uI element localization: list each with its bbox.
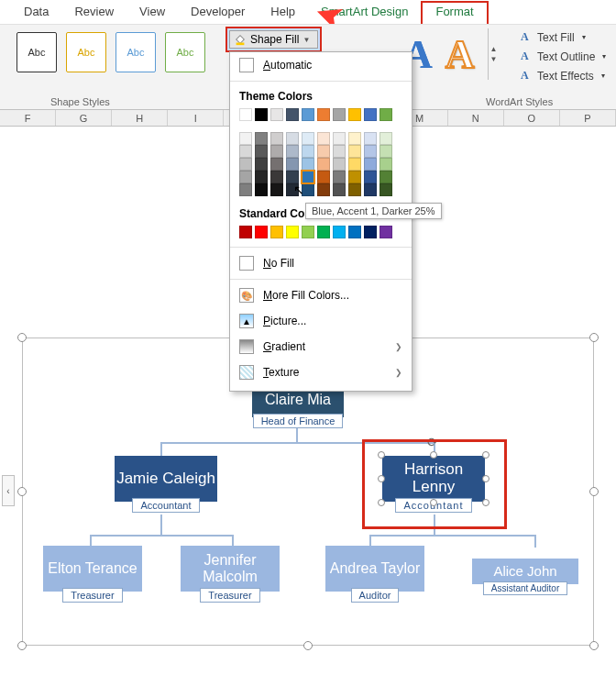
color-swatch[interactable] — [380, 132, 392, 145]
color-swatch[interactable] — [317, 108, 330, 121]
color-swatch[interactable] — [239, 226, 252, 238]
color-swatch[interactable] — [239, 145, 252, 158]
canvas-handle[interactable] — [589, 641, 599, 650]
canvas-handle[interactable] — [589, 487, 599, 496]
tab-help[interactable]: Help — [258, 1, 308, 24]
color-swatch[interactable] — [317, 158, 330, 171]
color-swatch[interactable] — [239, 171, 252, 183]
color-swatch[interactable] — [380, 108, 392, 121]
text-fill-button[interactable]: AText Fill▾ — [521, 30, 606, 44]
color-swatch[interactable] — [286, 108, 299, 121]
color-swatch[interactable] — [364, 145, 377, 158]
text-effects-button[interactable]: AText Effects▾ — [521, 69, 606, 83]
color-swatch[interactable] — [255, 183, 268, 196]
color-swatch[interactable] — [239, 132, 252, 145]
color-swatch[interactable] — [270, 171, 283, 183]
color-swatch[interactable] — [333, 158, 346, 171]
tab-data[interactable]: Data — [11, 1, 61, 24]
color-swatch[interactable] — [348, 171, 361, 183]
wordart-style-2[interactable]: A — [446, 31, 475, 78]
shape-style-3[interactable]: Abc — [116, 32, 156, 72]
color-swatch[interactable] — [380, 171, 392, 183]
color-swatch[interactable] — [255, 145, 268, 158]
color-swatch[interactable] — [255, 171, 268, 183]
color-swatch[interactable] — [380, 226, 392, 238]
color-swatch[interactable] — [270, 158, 283, 171]
shape-style-1[interactable]: Abc — [16, 32, 57, 72]
tab-review[interactable]: Review — [61, 1, 126, 24]
tab-view[interactable]: View — [126, 1, 178, 24]
color-swatch[interactable] — [286, 145, 299, 158]
color-swatch[interactable] — [317, 183, 330, 196]
color-swatch[interactable] — [239, 183, 252, 196]
color-swatch[interactable] — [286, 132, 299, 145]
color-swatch[interactable] — [348, 132, 361, 145]
color-swatch[interactable] — [364, 158, 377, 171]
canvas-handle[interactable] — [17, 333, 27, 342]
color-swatch[interactable] — [286, 171, 299, 183]
canvas-handle[interactable] — [303, 641, 313, 650]
color-swatch[interactable] — [302, 183, 314, 196]
canvas-handle[interactable] — [589, 333, 599, 342]
color-swatch[interactable] — [380, 145, 392, 158]
color-swatch[interactable] — [364, 108, 377, 121]
no-fill-option[interactable]: No Fill — [230, 250, 412, 276]
gradient-option[interactable]: Gradient ❯ — [230, 334, 412, 360]
color-swatch[interactable] — [270, 145, 283, 158]
color-swatch[interactable] — [317, 171, 330, 183]
smartart-text-pane-toggle[interactable]: ‹ — [2, 475, 15, 506]
color-swatch[interactable] — [333, 145, 346, 158]
color-swatch[interactable] — [364, 226, 377, 238]
color-swatch[interactable] — [333, 108, 346, 121]
tab-smartart-design[interactable]: SmartArt Design — [308, 1, 421, 24]
color-swatch[interactable] — [286, 158, 299, 171]
color-swatch[interactable] — [364, 183, 377, 196]
shape-style-4[interactable]: Abc — [165, 32, 205, 72]
org-node-mid-1[interactable]: Harrison Lenny Accountant ⟳ — [382, 456, 485, 502]
color-swatch[interactable] — [270, 183, 283, 196]
color-swatch[interactable] — [380, 158, 392, 171]
more-fill-colors-option[interactable]: 🎨 More Fill Colors... — [230, 282, 412, 308]
color-swatch[interactable] — [286, 183, 299, 196]
color-swatch[interactable] — [348, 158, 361, 171]
color-swatch[interactable] — [255, 226, 268, 238]
color-swatch[interactable] — [302, 145, 314, 158]
tab-developer[interactable]: Developer — [178, 1, 258, 24]
picture-option[interactable]: ▲ Picture... — [230, 308, 412, 334]
color-swatch[interactable] — [348, 226, 361, 238]
color-swatch[interactable] — [348, 145, 361, 158]
shape-style-2[interactable]: Abc — [66, 32, 106, 72]
automatic-option[interactable]: Automatic — [230, 52, 412, 78]
color-swatch[interactable] — [270, 226, 283, 238]
tab-format[interactable]: Format — [421, 1, 488, 24]
color-swatch[interactable] — [255, 108, 268, 121]
color-swatch[interactable] — [348, 108, 361, 121]
color-swatch[interactable] — [270, 132, 283, 145]
color-swatch[interactable] — [255, 132, 268, 145]
color-swatch[interactable] — [380, 183, 392, 196]
color-swatch[interactable] — [302, 171, 314, 183]
text-outline-button[interactable]: AText Outline▾ — [521, 50, 606, 63]
color-swatch[interactable] — [333, 171, 346, 183]
color-swatch[interactable] — [333, 132, 346, 145]
org-node-bottom-0[interactable]: Elton Terance Treasurer — [43, 546, 142, 592]
color-swatch[interactable] — [333, 226, 346, 238]
texture-option[interactable]: Texture ❯ — [230, 360, 412, 385]
wordart-more-button[interactable]: ▲▼ — [488, 28, 500, 80]
org-node-bottom-2[interactable]: Andrea Taylor Auditor — [325, 546, 424, 592]
color-swatch[interactable] — [317, 226, 330, 238]
color-swatch[interactable] — [364, 171, 377, 183]
color-swatch[interactable] — [239, 108, 252, 121]
color-swatch[interactable] — [302, 226, 314, 238]
shape-fill-button[interactable]: Shape Fill ▼ — [229, 30, 318, 49]
color-swatch[interactable] — [317, 132, 330, 145]
color-swatch[interactable] — [302, 132, 314, 145]
color-swatch[interactable] — [348, 183, 361, 196]
color-swatch[interactable] — [302, 108, 314, 121]
color-swatch[interactable] — [333, 183, 346, 196]
color-swatch[interactable] — [286, 226, 299, 238]
color-swatch[interactable] — [255, 158, 268, 171]
canvas-handle[interactable] — [17, 487, 27, 496]
color-swatch[interactable] — [270, 108, 283, 121]
color-swatch[interactable] — [317, 145, 330, 158]
